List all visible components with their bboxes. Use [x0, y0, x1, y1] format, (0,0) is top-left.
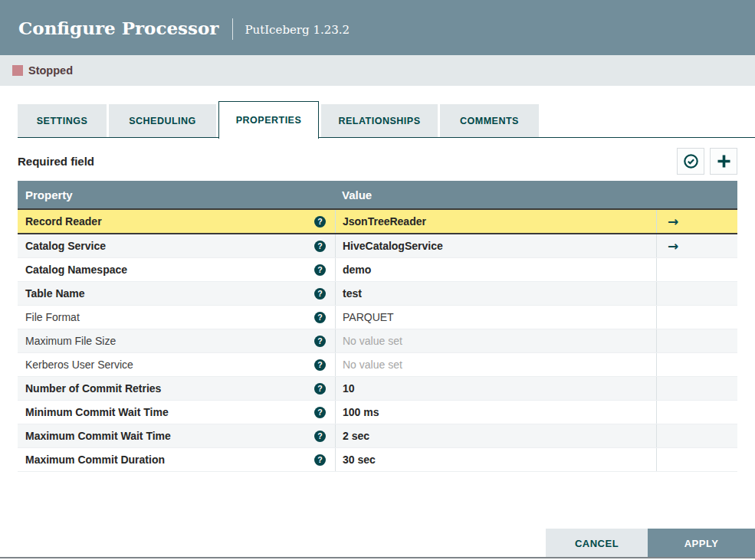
check-circle-icon [683, 153, 699, 169]
help-question-icon[interactable]: ? [314, 407, 326, 418]
property-name: Number of Commit Retries [25, 382, 161, 395]
tab-bar: SETTINGSSCHEDULINGPROPERTIESRELATIONSHIP… [18, 101, 755, 138]
property-name: Maximum Commit Duration [25, 454, 165, 466]
plus-icon [716, 153, 732, 169]
property-row[interactable]: Catalog Namespace ? demo → [18, 258, 737, 282]
tab-settings[interactable]: SETTINGS [18, 104, 107, 137]
processor-type-version: PutIceberg 1.23.2 [245, 23, 350, 37]
apply-button[interactable]: APPLY [648, 529, 755, 558]
dialog-header: Configure Processor PutIceberg 1.23.2 [0, 0, 755, 55]
property-value-cell[interactable]: HiveCatalogService [335, 234, 656, 257]
property-value-cell[interactable]: 10 [335, 377, 656, 400]
property-value-cell[interactable]: No value set [335, 353, 656, 376]
help-question-icon[interactable]: ? [314, 359, 326, 371]
column-header-value: Value [335, 188, 656, 201]
help-question-icon[interactable]: ? [314, 216, 326, 228]
go-to-service-arrow-icon[interactable]: → [668, 215, 678, 228]
go-to-service-arrow-icon[interactable]: → [668, 240, 678, 253]
help-question-icon[interactable]: ? [314, 336, 326, 347]
table-header: Property Value [18, 181, 737, 208]
tab-comments[interactable]: COMMENTS [440, 104, 539, 137]
help-question-icon[interactable]: ? [314, 383, 326, 395]
property-value-cell[interactable]: test [335, 282, 656, 305]
property-name: Kerberos User Service [25, 359, 133, 371]
title-divider [232, 18, 233, 40]
stopped-state-icon [12, 65, 23, 76]
tab-relationships[interactable]: RELATIONSHIPS [321, 104, 438, 137]
property-name: Maximum File Size [25, 335, 116, 347]
property-value-cell[interactable]: No value set [335, 329, 656, 352]
property-row[interactable]: Maximum Commit Wait Time ? 2 sec → [18, 424, 737, 448]
verify-properties-button[interactable] [677, 148, 704, 175]
help-question-icon[interactable]: ? [314, 264, 326, 276]
property-value-cell[interactable]: 30 sec [335, 448, 656, 471]
help-question-icon[interactable]: ? [314, 454, 326, 466]
column-header-property: Property [18, 188, 335, 201]
properties-toolbar: Required field [18, 147, 737, 175]
required-field-label: Required field [18, 155, 94, 168]
property-row[interactable]: Minimum Commit Wait Time ? 100 ms → [18, 401, 737, 424]
property-value-cell[interactable]: demo [335, 258, 656, 281]
property-row[interactable]: Catalog Service ? HiveCatalogService → [18, 234, 737, 258]
dialog-footer: CANCEL APPLY [546, 529, 755, 558]
property-value-cell[interactable]: 2 sec [335, 424, 656, 447]
properties-table: Property Value Record Reader ? JsonTreeR… [18, 181, 737, 472]
property-value-cell[interactable]: 100 ms [335, 401, 656, 424]
property-row[interactable]: Number of Commit Retries ? 10 → [18, 377, 737, 401]
add-property-button[interactable] [710, 148, 737, 175]
property-value-cell[interactable]: PARQUET [335, 306, 656, 329]
property-name: File Format [25, 311, 80, 323]
property-row[interactable]: Maximum File Size ? No value set → [18, 329, 737, 353]
help-question-icon[interactable]: ? [314, 312, 326, 323]
cancel-button[interactable]: CANCEL [546, 529, 648, 558]
toolbar-buttons [677, 148, 737, 175]
help-question-icon[interactable]: ? [314, 288, 326, 300]
property-row[interactable]: Table Name ? test → [18, 282, 737, 306]
property-row[interactable]: File Format ? PARQUET → [18, 306, 737, 329]
property-value-cell[interactable]: JsonTreeReader [335, 210, 656, 233]
tab-scheduling[interactable]: SCHEDULING [109, 104, 216, 137]
dialog-bottom-edge [0, 557, 755, 558]
property-row[interactable]: Kerberos User Service ? No value set → [18, 353, 737, 377]
property-name: Maximum Commit Wait Time [25, 430, 171, 442]
property-name: Record Reader [25, 215, 102, 228]
property-name: Catalog Service [25, 240, 106, 252]
property-row[interactable]: Maximum Commit Duration ? 30 sec → [18, 448, 737, 472]
property-row[interactable]: Record Reader ? JsonTreeReader → [18, 208, 737, 234]
dialog-title: Configure Processor [18, 18, 218, 38]
status-bar: Stopped [0, 55, 755, 86]
tab-properties[interactable]: PROPERTIES [218, 101, 319, 139]
help-question-icon[interactable]: ? [314, 431, 326, 442]
configure-processor-dialog: Configure Processor PutIceberg 1.23.2 St… [0, 0, 755, 560]
property-name: Table Name [25, 287, 85, 300]
table-body: Record Reader ? JsonTreeReader → Catalog… [18, 208, 737, 472]
property-name: Catalog Namespace [25, 264, 127, 276]
property-name: Minimum Commit Wait Time [25, 406, 169, 418]
help-question-icon[interactable]: ? [314, 241, 326, 252]
status-label: Stopped [28, 64, 73, 77]
